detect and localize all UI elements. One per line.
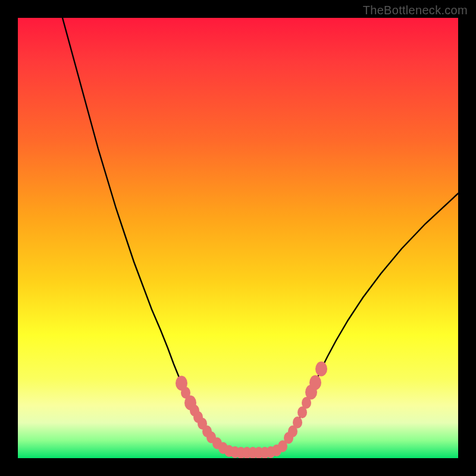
curve-layer	[18, 18, 458, 458]
marker-dot	[309, 375, 321, 390]
sample-markers	[176, 362, 327, 459]
bottleneck-curve	[62, 18, 458, 453]
attribution-label: TheBottleneck.com	[363, 4, 468, 17]
marker-dot	[293, 416, 302, 428]
marker-dot	[315, 362, 327, 377]
chart-frame: TheBottleneck.com	[0, 0, 476, 476]
curve-left-curve	[62, 18, 226, 450]
plot-area	[18, 18, 458, 458]
